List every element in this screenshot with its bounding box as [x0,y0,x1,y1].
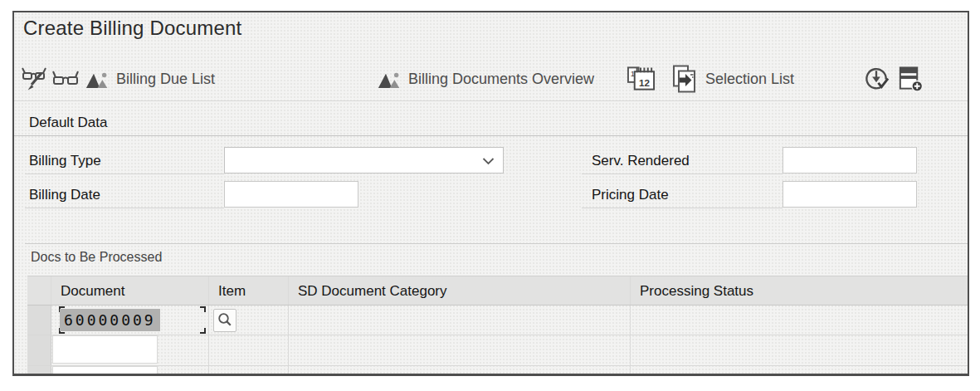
document-input[interactable] [52,366,158,374]
glasses-icon [52,68,79,90]
document-input[interactable] [52,335,158,364]
table-row [27,335,968,366]
glasses-pencil-icon [21,66,49,92]
docs-section-divider [25,243,968,244]
screenshot-page: Create Billing Document [0,0,980,391]
column-header-sd-document-category[interactable]: SD Document Category [289,276,631,305]
docs-section-title: Docs to Be Processed [31,250,162,265]
toolbar-button-billing-due-list[interactable]: Billing Due List [85,68,215,90]
chevron-down-icon [482,158,495,165]
docs-table-header-row: Document Item SD Document Category Proce… [27,276,968,305]
pricing-date-input[interactable] [783,181,917,208]
column-header-document[interactable]: Document [51,276,209,305]
toolbar-button-label: Billing Due List [116,71,215,88]
row-underline [25,208,224,208]
sd-document-category-cell [289,366,631,374]
column-header-processing-status[interactable]: Processing Status [631,276,968,305]
circle-arrow-check-icon [863,66,890,93]
docs-table: Document Item SD Document Category Proce… [27,276,968,374]
svg-text:12: 12 [639,77,650,88]
toolbar-button-collective-billing[interactable] [863,66,890,93]
item-cell [209,305,289,335]
document-number-value[interactable]: 60000009 [60,309,160,331]
serv-rendered-label: Serv. Rendered [592,147,690,174]
toolbar-button-billing-documents-overview[interactable]: Billing Documents Overview [378,68,594,90]
serv-rendered-input[interactable] [783,147,917,174]
analysis-icon [378,68,402,90]
billing-calendar-icon: 1 12 [627,65,656,94]
default-data-divider [14,135,968,136]
item-search-button[interactable] [213,309,236,332]
processing-status-cell [631,366,968,374]
search-icon [217,312,233,329]
sd-document-category-cell [289,305,631,335]
document-cell[interactable]: 60000009 [51,305,209,335]
sd-document-category-cell [289,335,631,365]
billing-date-input[interactable] [224,181,358,208]
application-toolbar: Billing Due List Billing Documents Overv… [14,59,968,99]
default-data-section-title: Default Data [29,115,108,131]
row-selector-cell[interactable] [27,335,51,365]
toolbar-button-create-list[interactable] [896,66,924,93]
toolbar-button-billing-due-date[interactable]: 1 12 [627,65,656,94]
toolbar-button-display-change[interactable] [21,66,49,92]
item-cell [209,366,289,374]
table-row-clipped [27,366,968,374]
row-selector-header[interactable] [27,276,51,305]
item-cell [209,335,289,365]
row-selector-cell [27,366,51,374]
toolbar-button-label: Selection List [705,71,794,88]
toolbar-button-selection-list[interactable]: Selection List [670,65,794,94]
document-arrow-icon [670,65,699,94]
row-underline [25,174,224,174]
page-title: Create Billing Document [23,17,241,40]
focused-cell-frame: 60000009 [59,306,206,334]
billing-type-dropdown[interactable] [224,147,504,174]
toolbar-button-display[interactable] [52,68,79,90]
row-underline [582,208,783,208]
processing-status-cell [631,335,968,365]
pricing-date-label: Pricing Date [592,181,669,208]
toolbar-divider [14,100,968,101]
billing-date-label: Billing Date [29,181,100,208]
sap-create-billing-document-window: Create Billing Document [12,11,969,376]
billing-type-label: Billing Type [29,147,101,174]
row-selector-cell[interactable] [27,305,51,335]
analysis-icon [85,68,110,90]
toolbar-button-label: Billing Documents Overview [408,71,594,88]
column-header-item[interactable]: Item [209,276,289,305]
document-cell [51,366,209,374]
table-row: 60000009 [27,305,968,335]
document-cell [51,335,209,365]
list-add-icon [896,66,924,93]
processing-status-cell [631,305,968,335]
row-underline [582,174,783,174]
